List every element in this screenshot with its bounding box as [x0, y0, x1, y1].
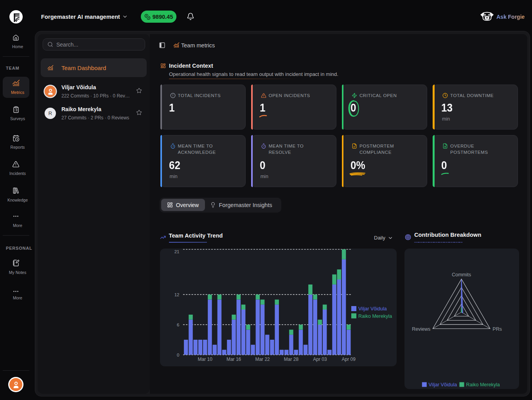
- svg-text:Reviews: Reviews: [412, 326, 430, 332]
- svg-text:12: 12: [174, 292, 180, 297]
- svg-text:Viljar Võidula: Viljar Võidula: [429, 382, 457, 387]
- svg-text:Mar 10: Mar 10: [198, 357, 213, 362]
- svg-text:21: 21: [174, 249, 180, 254]
- svg-text:Viljar Võidula: Viljar Võidula: [358, 306, 387, 312]
- svg-text:Raiko Merekyla: Raiko Merekyla: [358, 314, 392, 319]
- svg-text:Raiko Merekyla: Raiko Merekyla: [466, 382, 500, 387]
- svg-text:Mar 16: Mar 16: [226, 357, 241, 362]
- svg-text:Apr 09: Apr 09: [342, 357, 356, 362]
- svg-text:0: 0: [177, 353, 179, 357]
- svg-text:PRs: PRs: [492, 326, 502, 332]
- svg-text:Apr 03: Apr 03: [313, 357, 327, 362]
- svg-text:6: 6: [177, 323, 179, 327]
- svg-text:Mar 22: Mar 22: [255, 357, 270, 362]
- svg-text:Mar 28: Mar 28: [284, 357, 299, 362]
- svg-text:Commits: Commits: [452, 272, 471, 277]
